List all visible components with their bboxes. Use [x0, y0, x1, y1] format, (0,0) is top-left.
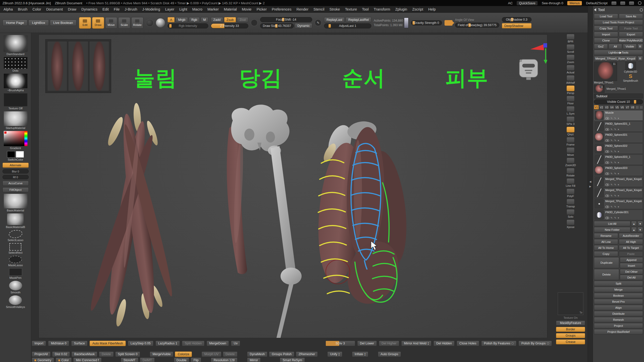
eye-icon[interactable]: [605, 117, 609, 120]
menu-item[interactable]: Zscript: [410, 7, 426, 11]
bottom-button[interactable]: Surface▴▾: [71, 341, 88, 346]
bottom-button[interactable]: Smart ReSym▴▾: [280, 357, 305, 362]
mini-preview-3[interactable]: [90, 41, 109, 91]
material-preview-sphere[interactable]: [156, 18, 165, 27]
edit-button[interactable]: Edit: [79, 17, 91, 29]
menu-item[interactable]: J-Modeling: [140, 7, 163, 11]
menu-item[interactable]: Stencil: [311, 7, 327, 11]
menu-item[interactable]: Render: [294, 7, 311, 11]
menu-item[interactable]: Layer: [163, 7, 177, 11]
shelf-button[interactable]: Solo: [567, 209, 575, 218]
rotate-button[interactable]: Rotate: [131, 17, 143, 29]
align-button[interactable]: Align: [594, 305, 643, 310]
window-layout-icon-1[interactable]: [612, 2, 616, 5]
objshadow-slider[interactable]: ObjShadow 0.3: [502, 17, 532, 22]
delete-button[interactable]: Delete: [594, 269, 619, 280]
adjust-last-slider[interactable]: AdjustLast 1: [324, 23, 371, 28]
live-boolean-button[interactable]: Live Boolean: [50, 20, 76, 26]
bottom-button[interactable]: Auto Mask FiberMesh▴▾: [90, 341, 126, 346]
quicksave-button[interactable]: QuickSave: [517, 1, 538, 5]
menu-item[interactable]: Stroke: [327, 7, 343, 11]
tool-r-button[interactable]: R: [637, 56, 643, 61]
mini-preview-1[interactable]: [48, 41, 67, 91]
lightbox-tools-button[interactable]: Lightbox▶Tools: [594, 50, 643, 55]
sculpt-icon[interactable]: ✎: [614, 128, 616, 131]
shelf-button[interactable]: Line Fill: [566, 178, 575, 187]
shelf-button[interactable]: Rotate: [567, 168, 575, 177]
subtool-item[interactable]: PM3D_Sphere3D1 ✎ ✎ ▾: [594, 132, 643, 143]
bottom-button[interactable]: ProjectAll▴▾: [32, 351, 51, 357]
folder-down-icon[interactable]: ▾: [637, 227, 643, 232]
m-button[interactable]: M: [201, 17, 208, 22]
visible-count-slider[interactable]: Visible Count 10: [594, 99, 643, 104]
model-muscle-fibers[interactable]: [85, 103, 177, 327]
shelf-button[interactable]: PolyF: [567, 189, 575, 198]
sculpt-icon[interactable]: ✎: [614, 150, 616, 153]
bottom-button[interactable]: Split Screen 0▴▾: [115, 351, 140, 357]
export-button[interactable]: Export: [619, 32, 643, 37]
eye-icon[interactable]: [605, 161, 609, 164]
radio-dot-icon[interactable]: [511, 342, 514, 345]
duplicate-button[interactable]: Duplicate: [594, 257, 619, 268]
main-color-swatch[interactable]: [7, 151, 15, 158]
menu-item[interactable]: File: [111, 7, 122, 11]
more-options-icon[interactable]: ▾: [618, 161, 619, 164]
more-options-icon[interactable]: ▾: [618, 150, 619, 153]
clone-button[interactable]: Clone: [594, 38, 618, 43]
sculpt-icon[interactable]: ✎: [614, 216, 616, 219]
paint-icon[interactable]: ✎: [611, 161, 613, 164]
bottom-button[interactable]: Del Higher▴▾: [379, 341, 399, 346]
more-options-icon[interactable]: ▾: [618, 128, 619, 131]
subtool-item[interactable]: Merged_TPose1_Ryan_Kingslie ✎ ✎ ▾: [594, 188, 643, 198]
bottom-button[interactable]: Auto Groups▴▾: [378, 351, 401, 357]
select-rect-icon[interactable]: [9, 243, 21, 251]
replay-lastrel-button[interactable]: ReplayLastRel: [346, 17, 371, 22]
texture-thumbnail[interactable]: Te: [558, 292, 583, 315]
stepper-icon[interactable]: ▴▾: [365, 352, 366, 356]
palette-collapse-icon[interactable]: [594, 8, 596, 11]
bottom-button[interactable]: Groups Polish▴▾: [269, 351, 294, 357]
shelf-button[interactable]: Floor: [567, 96, 575, 105]
paint-icon[interactable]: ✎: [611, 150, 613, 153]
copy-tool-button[interactable]: Copy Tool: [594, 26, 618, 31]
zadd-button[interactable]: Zadd: [211, 17, 223, 22]
shelf-button[interactable]: Zoom: [567, 55, 575, 64]
eye-icon[interactable]: [605, 217, 609, 219]
bottom-button[interactable]: Dist 0.02▴▾: [52, 351, 70, 357]
accucurve-button[interactable]: AccuCurve: [3, 181, 29, 186]
auto-reorder-button[interactable]: AutoReorder: [619, 233, 643, 238]
folder-up-icon[interactable]: ▴: [631, 227, 637, 232]
focal-curve-icon[interactable]: [251, 19, 258, 26]
rf-slider[interactable]: Rf 0: [3, 175, 29, 179]
menu-item[interactable]: Color: [30, 7, 44, 11]
model-pelvis-femur[interactable]: [227, 105, 302, 338]
split-button[interactable]: Split: [594, 281, 643, 286]
collapse-right-icon[interactable]: ▶: [589, 185, 591, 188]
sculpt-icon[interactable]: ✎: [614, 172, 616, 175]
merge-button[interactable]: Merge: [594, 287, 643, 292]
eye-icon[interactable]: [605, 184, 609, 186]
shelf-button[interactable]: Actual: [567, 65, 575, 74]
bottom-button[interactable]: Min Connected f▴▾: [73, 357, 102, 362]
mini-preview-2[interactable]: [68, 41, 88, 91]
subtool-thumbnail[interactable]: [595, 210, 604, 219]
menu-item[interactable]: Help: [426, 7, 438, 11]
insert-button[interactable]: Insert: [620, 263, 643, 268]
shelf-button[interactable]: Zoom3D: [565, 158, 576, 167]
more-options-icon[interactable]: ▾: [618, 205, 619, 208]
see-through-slider[interactable]: See-through 0: [542, 1, 563, 5]
window-layout-icon-2[interactable]: [620, 2, 625, 5]
stepper-icon[interactable]: ▴▾: [339, 352, 340, 356]
subtool-thumbnail[interactable]: [595, 144, 604, 153]
bottom-button[interactable]: Del Lower▴▾: [357, 341, 377, 346]
paint-icon[interactable]: ✎: [611, 194, 613, 197]
dynamic-button[interactable]: Dynamic: [295, 23, 312, 28]
paint-icon[interactable]: ✎: [611, 216, 613, 219]
bottom-button[interactable]: MergeDown▴▾: [207, 341, 229, 346]
rgb-intensity-slider[interactable]: Rgb Intensity: [168, 23, 208, 28]
palette-menu-icon[interactable]: [640, 8, 643, 12]
subtool-item[interactable]: Muscle ✎ ✎ ▾: [594, 110, 643, 121]
paste-subtool-button[interactable]: Paste: [619, 251, 643, 256]
subtool-version-tab[interactable]: V8: [630, 105, 635, 109]
select-lasso-icon[interactable]: [9, 230, 22, 238]
